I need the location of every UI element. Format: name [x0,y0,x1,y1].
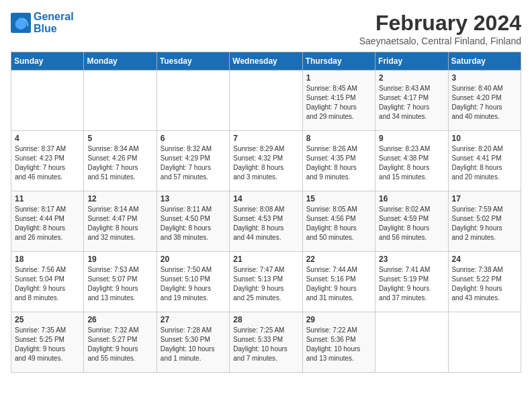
calendar-week-0: 1Sunrise: 8:45 AM Sunset: 4:15 PM Daylig… [11,71,521,131]
calendar-cell: 18Sunrise: 7:56 AM Sunset: 5:04 PM Dayli… [11,252,84,312]
day-number: 2 [379,73,444,83]
weekday-header-monday: Monday [84,52,157,71]
day-number: 28 [233,315,298,324]
day-number: 23 [379,255,444,264]
calendar-week-1: 4Sunrise: 8:37 AM Sunset: 4:23 PM Daylig… [11,131,521,191]
calendar-cell: 7Sunrise: 8:29 AM Sunset: 4:32 PM Daylig… [230,131,302,191]
day-number: 29 [306,315,371,324]
cell-info: Sunrise: 7:28 AM Sunset: 5:30 PM Dayligh… [161,326,226,363]
day-number: 21 [233,255,298,264]
cell-info: Sunrise: 8:23 AM Sunset: 4:38 PM Dayligh… [379,144,444,182]
month-year: February 2024 [359,11,521,36]
day-number: 27 [161,315,226,324]
cell-info: Sunrise: 8:05 AM Sunset: 4:56 PM Dayligh… [306,205,371,242]
cell-info: Sunrise: 7:25 AM Sunset: 5:33 PM Dayligh… [233,326,298,363]
cell-info: Sunrise: 8:34 AM Sunset: 4:26 PM Dayligh… [87,144,152,182]
calendar-week-3: 18Sunrise: 7:56 AM Sunset: 5:04 PM Dayli… [11,252,521,312]
cell-info: Sunrise: 7:44 AM Sunset: 5:16 PM Dayligh… [306,265,371,303]
calendar-cell: 6Sunrise: 8:32 AM Sunset: 4:29 PM Daylig… [157,131,229,191]
cell-info: Sunrise: 8:08 AM Sunset: 4:53 PM Dayligh… [233,205,298,242]
calendar-cell: 3Sunrise: 8:40 AM Sunset: 4:20 PM Daylig… [448,71,521,131]
cell-info: Sunrise: 8:02 AM Sunset: 4:59 PM Dayligh… [379,205,444,242]
calendar-cell: 17Sunrise: 7:59 AM Sunset: 5:02 PM Dayli… [448,191,521,252]
cell-info: Sunrise: 8:45 AM Sunset: 4:15 PM Dayligh… [306,84,371,122]
calendar-cell [375,312,448,373]
calendar-cell: 29Sunrise: 7:22 AM Sunset: 5:36 PM Dayli… [302,312,375,373]
calendar-cell: 15Sunrise: 8:05 AM Sunset: 4:56 PM Dayli… [302,191,375,252]
day-number: 12 [87,194,152,203]
logo-general: General [34,11,74,23]
weekday-header-thursday: Thursday [302,52,375,71]
cell-info: Sunrise: 7:50 AM Sunset: 5:10 PM Dayligh… [161,265,226,303]
cell-info: Sunrise: 8:43 AM Sunset: 4:17 PM Dayligh… [379,84,444,122]
day-number: 1 [306,73,371,83]
calendar-cell [448,312,521,373]
day-number: 19 [87,255,152,264]
calendar-cell: 27Sunrise: 7:28 AM Sunset: 5:30 PM Dayli… [157,312,229,373]
calendar-cell: 4Sunrise: 8:37 AM Sunset: 4:23 PM Daylig… [11,131,84,191]
cell-info: Sunrise: 8:17 AM Sunset: 4:44 PM Dayligh… [15,205,80,242]
day-number: 11 [15,194,80,203]
cell-info: Sunrise: 8:29 AM Sunset: 4:32 PM Dayligh… [233,144,298,182]
day-number: 6 [161,134,226,143]
day-number: 4 [15,134,80,143]
calendar-cell: 14Sunrise: 8:08 AM Sunset: 4:53 PM Dayli… [230,191,302,252]
day-number: 15 [306,194,371,203]
calendar-cell: 19Sunrise: 7:53 AM Sunset: 5:07 PM Dayli… [84,252,157,312]
weekday-header-tuesday: Tuesday [157,52,229,71]
page-header: General Blue February 2024 Saeynaetsalo,… [11,11,521,46]
calendar-cell: 2Sunrise: 8:43 AM Sunset: 4:17 PM Daylig… [375,71,448,131]
calendar-week-4: 25Sunrise: 7:35 AM Sunset: 5:25 PM Dayli… [11,312,521,373]
calendar-cell: 13Sunrise: 8:11 AM Sunset: 4:50 PM Dayli… [157,191,229,252]
calendar-cell: 5Sunrise: 8:34 AM Sunset: 4:26 PM Daylig… [84,131,157,191]
day-number: 9 [379,134,444,143]
logo-icon [11,13,31,33]
title-block: February 2024 Saeynaetsalo, Central Finl… [359,11,521,46]
day-number: 26 [87,315,152,324]
day-number: 5 [87,134,152,143]
calendar-cell: 16Sunrise: 8:02 AM Sunset: 4:59 PM Dayli… [375,191,448,252]
calendar-cell: 22Sunrise: 7:44 AM Sunset: 5:16 PM Dayli… [302,252,375,312]
calendar-cell [230,71,302,131]
cell-info: Sunrise: 8:26 AM Sunset: 4:35 PM Dayligh… [306,144,371,182]
day-number: 10 [452,134,517,143]
day-number: 13 [161,194,226,203]
calendar-cell: 24Sunrise: 7:38 AM Sunset: 5:22 PM Dayli… [448,252,521,312]
calendar-cell [157,71,229,131]
logo: General Blue [11,11,74,34]
logo-blue-text: Blue [34,23,74,35]
day-number: 14 [233,194,298,203]
calendar-cell: 9Sunrise: 8:23 AM Sunset: 4:38 PM Daylig… [375,131,448,191]
cell-info: Sunrise: 8:11 AM Sunset: 4:50 PM Dayligh… [161,205,226,242]
cell-info: Sunrise: 7:41 AM Sunset: 5:19 PM Dayligh… [379,265,444,303]
calendar-cell: 1Sunrise: 8:45 AM Sunset: 4:15 PM Daylig… [302,71,375,131]
cell-info: Sunrise: 7:53 AM Sunset: 5:07 PM Dayligh… [87,265,152,303]
cell-info: Sunrise: 7:22 AM Sunset: 5:36 PM Dayligh… [306,326,371,363]
weekday-header-friday: Friday [375,52,448,71]
calendar-cell: 21Sunrise: 7:47 AM Sunset: 5:13 PM Dayli… [230,252,302,312]
calendar-cell: 26Sunrise: 7:32 AM Sunset: 5:27 PM Dayli… [84,312,157,373]
cell-info: Sunrise: 7:47 AM Sunset: 5:13 PM Dayligh… [233,265,298,303]
cell-info: Sunrise: 8:37 AM Sunset: 4:23 PM Dayligh… [15,144,80,182]
day-number: 8 [306,134,371,143]
cell-info: Sunrise: 8:40 AM Sunset: 4:20 PM Dayligh… [452,84,517,122]
day-number: 25 [15,315,80,324]
day-number: 24 [452,255,517,264]
cell-info: Sunrise: 8:20 AM Sunset: 4:41 PM Dayligh… [452,144,517,182]
cell-info: Sunrise: 8:32 AM Sunset: 4:29 PM Dayligh… [161,144,226,182]
day-number: 3 [452,73,517,83]
location: Saeynaetsalo, Central Finland, Finland [359,36,521,46]
calendar-week-2: 11Sunrise: 8:17 AM Sunset: 4:44 PM Dayli… [11,191,521,252]
weekday-header-saturday: Saturday [448,52,521,71]
calendar-cell [11,71,84,131]
weekday-header-sunday: Sunday [11,52,84,71]
day-number: 7 [233,134,298,143]
cell-info: Sunrise: 7:32 AM Sunset: 5:27 PM Dayligh… [87,326,152,363]
calendar-cell: 11Sunrise: 8:17 AM Sunset: 4:44 PM Dayli… [11,191,84,252]
calendar-cell: 25Sunrise: 7:35 AM Sunset: 5:25 PM Dayli… [11,312,84,373]
calendar-table: SundayMondayTuesdayWednesdayThursdayFrid… [11,52,521,373]
calendar-cell: 23Sunrise: 7:41 AM Sunset: 5:19 PM Dayli… [375,252,448,312]
day-number: 18 [15,255,80,264]
cell-info: Sunrise: 8:14 AM Sunset: 4:47 PM Dayligh… [87,205,152,242]
cell-info: Sunrise: 7:38 AM Sunset: 5:22 PM Dayligh… [452,265,517,303]
